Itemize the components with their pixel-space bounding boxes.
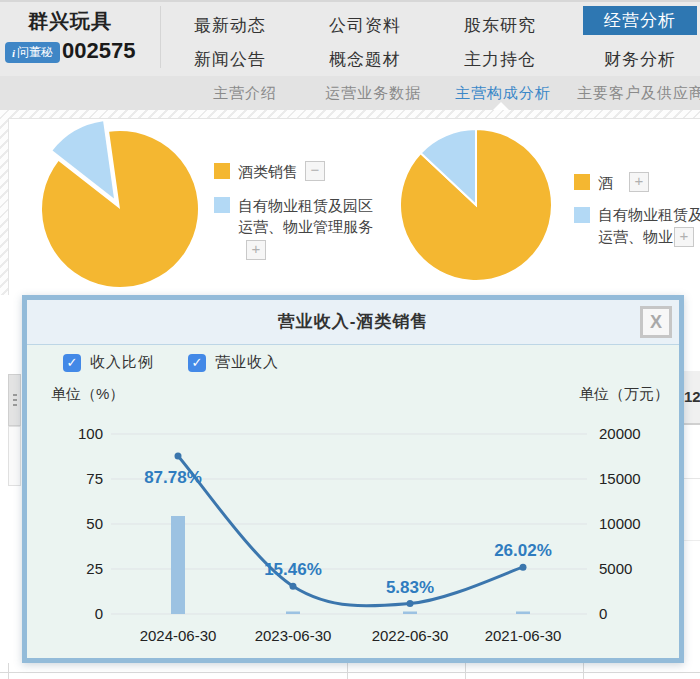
collapse-minus-icon[interactable]: − — [305, 161, 325, 181]
table-header-fragment: 12 — [684, 371, 700, 425]
table-column-divider — [8, 663, 9, 679]
nav-item-main-holdings[interactable]: 主力持仓 — [435, 48, 565, 71]
active-tab-caret — [493, 102, 509, 110]
checked-checkbox-icon[interactable]: ✓ — [188, 354, 206, 372]
table-column-divider — [347, 663, 348, 679]
expand-plus-icon[interactable]: + — [674, 227, 694, 247]
svg-text:50: 50 — [86, 515, 103, 532]
expand-plus-icon[interactable]: + — [246, 240, 266, 260]
company-name: 群兴玩具 — [28, 8, 112, 35]
svg-text:5.83%: 5.83% — [386, 578, 434, 597]
legend-label-property-right-line1: 自有物业租赁及园区 — [598, 204, 700, 225]
svg-text:15000: 15000 — [599, 470, 641, 487]
nav-item-company-profile[interactable]: 公司资料 — [300, 14, 430, 37]
legend-label-liquor: 酒 — [598, 172, 613, 193]
pie-chart-right[interactable] — [396, 126, 561, 286]
legend-label-property-services: 自有物业租赁及园区运营、物业管理服务 — [238, 195, 380, 237]
right-axis-unit: 单位（万元） — [579, 385, 669, 404]
legend-label-liquor-sales: 酒类销售 — [238, 161, 298, 182]
dialog-title: 营业收入-酒类销售 — [27, 300, 679, 344]
subnav-item-main-business-intro[interactable]: 主营介绍 — [213, 84, 277, 103]
left-axis-unit: 单位（%） — [51, 385, 124, 404]
stock-code: 002575 — [62, 38, 135, 64]
legend-swatch-property-services — [214, 197, 230, 213]
ask-secretary-label: 问董秘 — [17, 44, 53, 61]
subnav-item-customers-suppliers[interactable]: 主要客户及供应商 — [577, 84, 700, 103]
dialog-body: ✓ 收入比例 ✓ 营业收入 单位（%） 单位（万元） 0255075100050… — [27, 345, 679, 658]
svg-text:5000: 5000 — [599, 560, 632, 577]
svg-text:0: 0 — [599, 605, 607, 622]
svg-text:2022-06-30: 2022-06-30 — [372, 627, 449, 644]
expand-plus-icon[interactable]: + — [629, 172, 649, 192]
legend-swatch-liquor-sales — [214, 163, 230, 179]
svg-text:10000: 10000 — [599, 515, 641, 532]
ask-secretary-button[interactable]: i 问董秘 — [5, 42, 60, 63]
checked-checkbox-icon[interactable]: ✓ — [63, 354, 81, 372]
table-row-divider — [684, 540, 700, 541]
pie-chart-left[interactable] — [30, 116, 210, 296]
svg-text:20000: 20000 — [599, 425, 641, 442]
table-row-divider — [684, 478, 700, 479]
dialog-titlebar: 营业收入-酒类销售 X — [27, 300, 679, 345]
svg-text:15.46%: 15.46% — [264, 560, 322, 579]
legend-label-property-right-line2: 运营、物业 — [598, 226, 673, 247]
close-icon[interactable]: X — [640, 306, 672, 338]
checkbox-label: 营业收入 — [215, 353, 279, 372]
revenue-detail-dialog: 营业收入-酒类销售 X ✓ 收入比例 ✓ 营业收入 单位（%） 单位（万元） 0… — [22, 295, 684, 663]
nav-item-financial-analysis[interactable]: 财务分析 — [575, 48, 700, 71]
nav-item-shareholder-research[interactable]: 股东研究 — [435, 14, 565, 37]
checkbox-label: 收入比例 — [90, 353, 154, 372]
table-column-divider — [583, 663, 584, 679]
svg-text:25: 25 — [86, 560, 103, 577]
info-icon: i — [12, 47, 15, 59]
legend-swatch-liquor — [574, 174, 590, 190]
table-column-divider — [465, 663, 466, 679]
checkbox-operating-revenue[interactable]: ✓ 营业收入 — [188, 353, 279, 372]
svg-text:75: 75 — [86, 470, 103, 487]
nav-item-announcements[interactable]: 新闻公告 — [165, 48, 295, 71]
nav-item-concept-themes[interactable]: 概念题材 — [300, 48, 430, 71]
svg-text:26.02%: 26.02% — [494, 541, 552, 560]
table-row-divider — [0, 672, 700, 673]
series-toggle-row: ✓ 收入比例 ✓ 营业收入 — [63, 353, 279, 372]
checkbox-income-ratio[interactable]: ✓ 收入比例 — [63, 353, 154, 372]
header-divider — [160, 6, 161, 68]
subnav-item-composition-analysis-active[interactable]: 主营构成分析 — [455, 84, 551, 103]
subnav-item-operation-data[interactable]: 运营业务数据 — [325, 84, 421, 103]
scrollbar-handle[interactable] — [8, 374, 21, 426]
legend-swatch-property-right — [574, 207, 590, 223]
svg-text:100: 100 — [78, 425, 103, 442]
nav-item-business-analysis-active[interactable]: 经营分析 — [583, 6, 697, 35]
svg-text:87.78%: 87.78% — [144, 468, 202, 487]
svg-text:0: 0 — [95, 605, 103, 622]
svg-text:2024-06-30: 2024-06-30 — [140, 627, 217, 644]
svg-text:2021-06-30: 2021-06-30 — [485, 627, 562, 644]
scrollbar-track[interactable] — [8, 426, 21, 486]
svg-text:2023-06-30: 2023-06-30 — [255, 627, 332, 644]
nav-item-latest-news[interactable]: 最新动态 — [165, 14, 295, 37]
line-bar-combo-chart[interactable]: 0255075100050001000015000200002024-06-30… — [27, 403, 677, 653]
